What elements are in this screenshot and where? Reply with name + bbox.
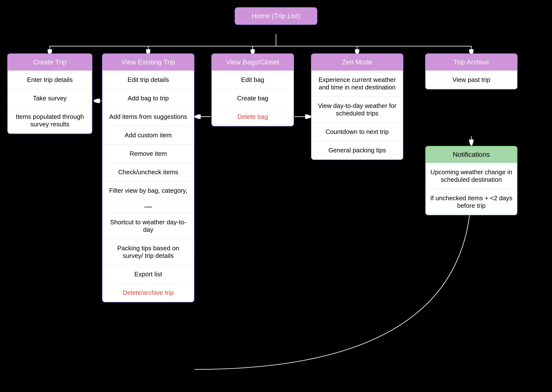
trip-archive-column: Trip Archive View past trip (425, 53, 518, 89)
create-trip-header: Create Trip (8, 54, 92, 70)
create-item-1: Take survey (8, 89, 92, 107)
view-existing-item-10: Export list (103, 265, 194, 283)
root-node: Home (Trip List) (235, 7, 317, 25)
notifications-column: Notifications Upcoming weather change in… (425, 146, 518, 215)
view-bags-item-2: Delete bag (212, 107, 293, 126)
root-header: Home (Trip List) (235, 8, 317, 24)
view-existing-item-1: Add bag to trip (103, 89, 194, 107)
create-trip-column: Create Trip Enter trip details Take surv… (7, 53, 92, 134)
create-item-2: Items populated through survey results (8, 107, 92, 133)
notifications-item-1: If unchecked items + <2 days before trip (426, 189, 517, 215)
zen-item-0: Experience current weather and time in n… (311, 70, 403, 96)
trip-archive-header: Trip Archive (426, 54, 517, 70)
view-existing-item-6: Filter view by bag, category, (103, 181, 194, 200)
view-bags-column: View Bags/Closet Edit bag Create bag Del… (211, 53, 294, 126)
zen-item-3: General packing tips (311, 141, 403, 159)
view-existing-item-7: — (103, 200, 194, 213)
view-bags-item-0: Edit bag (212, 70, 293, 89)
view-existing-item-11: Delete/archive trip (103, 283, 194, 302)
view-existing-item-0: Edit trip details (103, 70, 194, 89)
zen-mode-column: Zen Mode Experience current weather and … (311, 53, 403, 160)
view-bags-item-1: Create bag (212, 89, 293, 107)
view-bags-header: View Bags/Closet (212, 54, 293, 70)
zen-item-2: Countdown to next trip (311, 122, 403, 141)
zen-item-1: View day-to-day weather for scheduled tr… (311, 96, 403, 122)
view-existing-item-4: Remove item (103, 144, 194, 163)
view-existing-header: View Existing Trip (103, 54, 194, 70)
view-existing-item-9: Packing tips based on survey/ trip detai… (103, 239, 194, 265)
view-existing-item-3: Add custom item (103, 126, 194, 144)
view-existing-item-5: Check/uncheck items (103, 163, 194, 181)
view-existing-item-8: Shortcut to weather day-to-day (103, 213, 194, 239)
view-existing-item-2: Add items from suggestions (103, 107, 194, 126)
notifications-item-0: Upcoming weather change in scheduled des… (426, 163, 517, 189)
zen-mode-header: Zen Mode (311, 54, 403, 70)
notifications-header: Notifications (426, 146, 517, 163)
view-existing-column: View Existing Trip Edit trip details Add… (102, 53, 194, 302)
create-item-0: Enter trip details (8, 70, 92, 89)
trip-archive-item-0: View past trip (426, 70, 517, 89)
